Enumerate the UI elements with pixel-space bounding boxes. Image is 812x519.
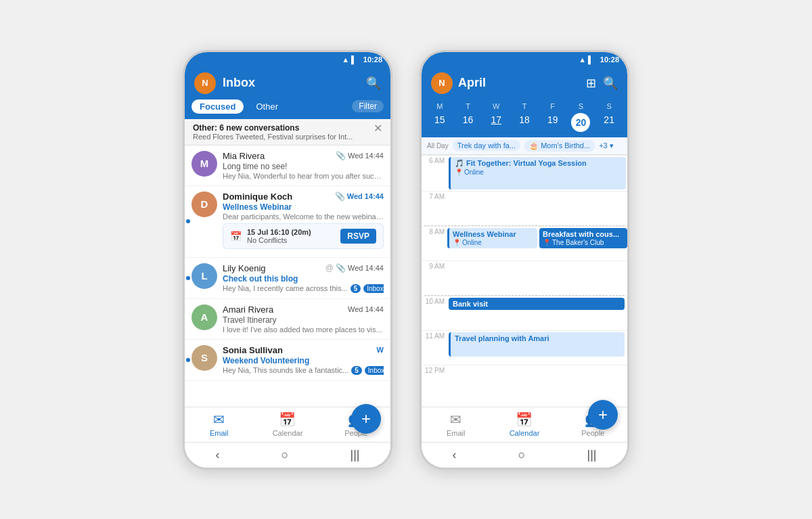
date-16[interactable]: 16 xyxy=(454,113,482,132)
avatar: N xyxy=(431,72,453,94)
allday-event[interactable]: 🎂 Mom's Birthd... xyxy=(524,140,595,152)
time-label: 8 AM xyxy=(422,227,447,235)
time-label: 7 AM xyxy=(422,191,447,200)
sender-name: Dominique Koch xyxy=(223,191,292,202)
view-icon[interactable]: ⊞ xyxy=(586,76,596,91)
back-button[interactable]: ‹ xyxy=(216,448,220,462)
search-icon[interactable]: 🔍 xyxy=(366,76,381,91)
event-title: Travel planning with Amari xyxy=(455,334,621,342)
event-title: Breakfast with cous... xyxy=(543,230,624,238)
yoga-event[interactable]: 🎵 Fit Together: Virtual Yoga Session 📍On… xyxy=(449,157,626,189)
nav-email[interactable]: ✉ Email xyxy=(422,407,490,442)
email-time: Wed 14:44 xyxy=(348,264,384,272)
time-slot-12pm: 12 PM xyxy=(422,365,627,399)
attachment-icon: 📎 xyxy=(335,191,345,201)
add-event-button[interactable]: + xyxy=(588,400,618,430)
calendar-phone: ▲ ▌ 10:28 N April ⊞ 🔍 M T W xyxy=(420,50,629,470)
email-item[interactable]: S Sonia Sullivan W Weekend Volunteering … xyxy=(185,340,390,381)
nav-calendar[interactable]: 📅 Calendar xyxy=(253,407,321,442)
date-15[interactable]: 15 xyxy=(426,113,454,132)
rsvp-button[interactable]: RSVP xyxy=(340,229,376,244)
allday-label: All Day xyxy=(427,142,449,150)
focused-tab[interactable]: Focused xyxy=(191,99,244,114)
other-tab[interactable]: Other xyxy=(248,99,286,114)
date-21[interactable]: 21 xyxy=(595,113,623,132)
signal-bar-icon: ▌ xyxy=(588,55,593,64)
time-slot-6am: 6 AM 🎵 Fit Together: Virtual Yoga Sessio… xyxy=(422,155,627,191)
home-button[interactable]: ○ xyxy=(281,448,289,462)
gesture-bar: ‹ ○ ||| xyxy=(185,442,390,468)
search-icon[interactable]: 🔍 xyxy=(603,76,618,91)
inbox-badge: Inbox xyxy=(365,366,384,375)
date-20-today[interactable]: 20 xyxy=(571,113,590,132)
signal-bar-icon: ▌ xyxy=(351,55,357,64)
calendar-icon: 📅 xyxy=(279,411,296,428)
inbox-badge: Inbox xyxy=(363,284,384,293)
email-preview: Dear participants, Welcome to the new we… xyxy=(223,212,384,221)
email-item[interactable]: M Mia Rivera 📎 Wed 14:44 Long time no se… xyxy=(185,145,390,186)
recents-button[interactable]: ||| xyxy=(587,448,596,462)
day-label: F xyxy=(539,102,567,110)
filter-tab[interactable]: Filter xyxy=(352,100,384,112)
cal-status-bar: ▲ ▌ 10:28 xyxy=(422,52,627,67)
time-label: 6 AM xyxy=(422,156,447,164)
nav-label: Calendar xyxy=(510,429,540,437)
time-label: 9 AM xyxy=(422,261,447,270)
email-time: Wed 14:44 xyxy=(348,152,384,160)
close-icon[interactable]: ✕ xyxy=(374,122,382,135)
cal-timeline: 6 AM 🎵 Fit Together: Virtual Yoga Sessio… xyxy=(422,155,627,407)
email-item[interactable]: L Lily Koenig @ 📎 Wed 14:44 Check out th… xyxy=(185,258,390,299)
status-time: 10:28 xyxy=(363,55,382,64)
at-icon: @ xyxy=(325,263,334,273)
cal-header: N April ⊞ 🔍 xyxy=(422,67,627,99)
avatar: S xyxy=(191,345,217,371)
email-item[interactable]: A Amari Rivera Wed 14:44 Travel Itinerar… xyxy=(185,299,390,340)
nav-label: People xyxy=(581,429,604,437)
avatar: D xyxy=(191,191,217,217)
calendar-icon: 📅 xyxy=(516,411,533,428)
signal-icons: ▲ ▌ xyxy=(342,55,357,64)
email-time: Wed 14:44 xyxy=(348,305,384,313)
rsvp-card: 📅 15 Jul 16:10 (20m) No Conflicts RSVP xyxy=(223,223,384,249)
email-time: W xyxy=(377,346,384,354)
tabs-bar: Focused Other Filter xyxy=(185,99,390,119)
back-button[interactable]: ‹ xyxy=(453,448,457,462)
more-events[interactable]: +3 ▾ xyxy=(599,141,614,150)
status-time: 10:28 xyxy=(600,55,619,64)
date-17[interactable]: 17 xyxy=(482,113,510,132)
nav-calendar[interactable]: 📅 Calendar xyxy=(490,407,558,442)
week-strip: M T W T F S S 15 16 17 18 19 20 21 xyxy=(422,99,627,137)
email-subject: Wellness Webinar xyxy=(223,202,384,212)
avatar: M xyxy=(191,151,217,177)
day-label: S xyxy=(595,102,623,110)
allday-event[interactable]: Trek day with fa... xyxy=(453,140,520,151)
webinar-event[interactable]: Wellness Webinar 📍Online xyxy=(447,228,537,248)
email-status-bar: ▲ ▌ 10:28 xyxy=(185,52,390,67)
email-content: N Inbox 🔍 Focused Other Filter Other: 6 … xyxy=(185,67,390,442)
wifi-icon: ▲ xyxy=(342,55,349,64)
travel-event[interactable]: Travel planning with Amari xyxy=(449,332,625,357)
time-label: 12 PM xyxy=(422,365,447,374)
recents-button[interactable]: ||| xyxy=(350,448,359,462)
event-title: Wellness Webinar xyxy=(453,230,534,238)
day-label: T xyxy=(454,102,482,110)
time-slot-11am: 11 AM Travel planning with Amari xyxy=(422,330,627,365)
attachment-icon: 📎 xyxy=(336,263,346,273)
notif-title: Other: 6 new conversations xyxy=(193,123,369,133)
avatar: N xyxy=(194,72,216,94)
breakfast-event[interactable]: Breakfast with cous... 📍The Baker's Club xyxy=(539,228,627,248)
bank-event[interactable]: Bank visit xyxy=(449,298,625,310)
day-label: M xyxy=(426,102,454,110)
email-item[interactable]: D Dominique Koch 📎 Wed 14:44 Wellness We… xyxy=(185,186,390,258)
home-button[interactable]: ○ xyxy=(518,448,526,462)
day-label: W xyxy=(482,102,510,110)
nav-email[interactable]: ✉ Email xyxy=(185,407,253,442)
date-19[interactable]: 19 xyxy=(539,113,567,132)
email-header: N Inbox 🔍 xyxy=(185,67,390,99)
time-label: 10 AM xyxy=(422,296,447,305)
date-18[interactable]: 18 xyxy=(510,113,539,132)
time-label: 11 AM xyxy=(422,331,447,340)
compose-button[interactable]: + xyxy=(351,404,381,434)
nav-label: Email xyxy=(447,429,466,437)
attachment-icon: 📎 xyxy=(336,151,346,160)
